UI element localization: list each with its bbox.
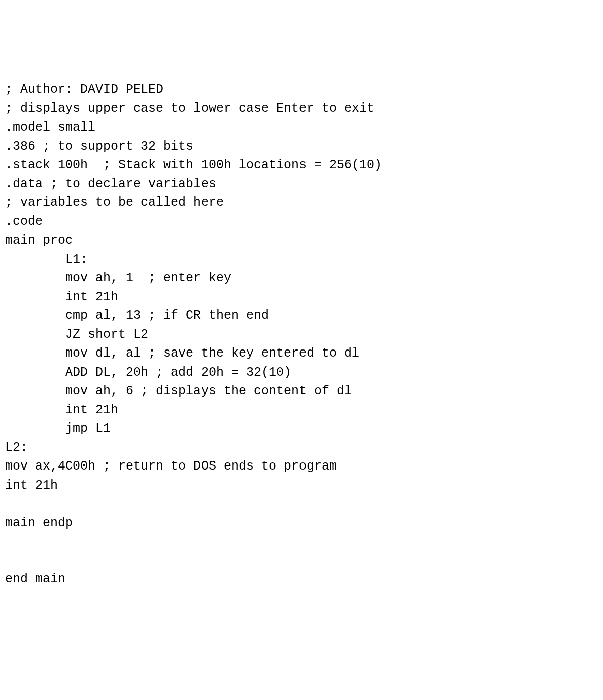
code-line: JZ short L2 [5,327,148,342]
assembly-code-listing: ; Author: DAVID PELED ; displays upper c… [5,80,598,589]
code-line: ; Author: DAVID PELED [5,82,163,97]
code-line: int 21h [5,290,118,304]
code-line: ; displays upper case to lower case Ente… [5,101,374,116]
code-line: mov ah, 6 ; displays the content of dl [5,384,352,398]
code-line: mov ax,4C00h ; return to DOS ends to pro… [5,459,337,474]
code-line: cmp al, 13 ; if CR then end [5,308,269,323]
code-line: int 21h [5,478,58,493]
code-line: main proc [5,233,73,248]
code-line: main endp [5,516,73,530]
code-line: L1: [5,252,88,267]
code-line: mov dl, al ; save the key entered to dl [5,346,359,361]
code-line: end main [5,572,65,587]
code-line: .model small [5,120,95,135]
code-line: .386 ; to support 32 bits [5,139,193,154]
code-line: mov ah, 1 ; enter key [5,271,231,285]
code-line: jmp L1 [5,421,111,436]
code-line: .stack 100h ; Stack with 100h locations … [5,158,382,172]
code-line: .code [5,214,43,229]
code-line: L2: [5,440,28,455]
code-line: ; variables to be called here [5,195,224,210]
code-line: int 21h [5,403,118,417]
code-line: ADD DL, 20h ; add 20h = 32(10) [5,365,291,380]
code-line: .data ; to declare variables [5,177,216,191]
